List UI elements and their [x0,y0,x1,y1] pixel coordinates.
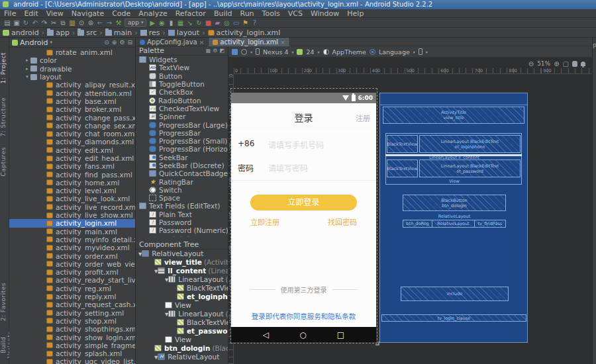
find-password-link[interactable]: 找回密码 [328,216,357,227]
project-tree-row[interactable]: activity_shopthings.xml [9,325,135,333]
menu-item[interactable]: Build [210,9,236,18]
palette-item[interactable]: Space [136,194,228,202]
project-tree-row[interactable]: activity_ready_start_live.xml [9,276,135,284]
project-tree-row[interactable]: activity_order.xml [9,251,135,259]
panel-splitter[interactable]: ^ ^ ^ [136,235,228,240]
panel-header-icon[interactable]: ⊕ [112,39,117,46]
component-tree-row[interactable]: BlackTextView [136,318,228,327]
run-config-selector[interactable]: app ▾ [124,19,146,27]
menu-item[interactable]: Navigate [68,9,108,18]
component-tree-row[interactable]: RelativeLayout [136,353,228,361]
design-preview[interactable]: 6:00 登录 注册 +86 请填写手机号码 密码 请填写密码 立即登录 立即注… [231,93,376,342]
palette-item[interactable]: RatingBar [136,177,228,185]
toolbar-icon[interactable]: ⚑ [240,19,250,27]
project-tree-row[interactable]: activity_myvideo.xml [9,244,135,251]
panel-header-icon[interactable]: ⊙ [104,39,109,46]
phone-input[interactable]: 请填写手机号码 [268,139,324,150]
component-tree-row[interactable]: et_password [136,327,228,336]
toolbar-icon[interactable]: ↘ [185,19,194,27]
close-icon[interactable]: × [280,39,285,46]
orientation-icon[interactable] [419,48,422,55]
menu-item[interactable]: Code [108,9,134,18]
palette-item[interactable]: RadioButton [136,96,228,104]
palette-item[interactable]: Switch [136,186,228,194]
toolbar-icon[interactable]: ▤ [3,19,12,27]
component-tree-row[interactable]: et_loginphone [136,293,228,301]
project-tree-row[interactable]: activity_shop.xml [9,317,135,325]
menu-item[interactable]: File [0,9,20,18]
blueprint-btn-dologin[interactable]: BlackButton btn_dologin [403,195,506,211]
project-tree-row[interactable]: activity_main.xml [9,228,135,236]
palette-item[interactable]: ProgressBar (Horizontal) [136,145,228,153]
project-tree-row[interactable]: activity_fans.xml [9,162,135,170]
breadcrumb-item[interactable]: android [3,28,47,37]
palette-item[interactable]: Password (Numeric) [136,226,228,234]
expand-arrow-icon[interactable] [24,74,30,79]
project-tree-row[interactable]: drawable [9,65,135,73]
project-tree-row[interactable]: activity_diamonds.xml [9,138,135,146]
toolbar-icon[interactable]: ↶ [30,19,40,27]
menu-item[interactable]: Analyze [134,9,171,18]
toolbar-icon[interactable]: ▭ [231,19,240,27]
tool-window-button[interactable]: Build Variants [0,326,9,364]
project-tree-row[interactable]: activity_profit.xml [9,268,135,276]
design-mode-icon[interactable] [232,49,238,55]
project-tree-row[interactable]: activity_chat_room.xml [9,130,135,138]
palette-item[interactable]: Spinner [136,113,228,120]
toolbar-icon[interactable]: ▶ [148,19,157,27]
blueprint-black-textview-1[interactable]: BlackTextView [387,135,418,153]
project-tree-row[interactable]: activity_broker.xml [9,105,135,113]
chevron-down-icon[interactable]: ▾ [50,40,53,45]
palette-item[interactable]: ProgressBar (Large) [136,120,228,128]
project-tree-row[interactable]: layout [9,73,135,81]
zoom-fit-icon[interactable]: ▢ [563,60,569,68]
language-selector[interactable]: Language [379,48,410,56]
project-tree-row[interactable]: activity_find_pass.xml [9,170,135,178]
menu-item[interactable]: Window [307,9,343,18]
tool-window-button[interactable]: 7: Structure [0,97,9,137]
breadcrumb-item[interactable]: main [105,28,140,37]
project-tree-row[interactable]: activity_myinfo_detail.xml [9,236,135,244]
toolbar-icon[interactable]: ▰ [213,19,222,27]
home-nav-icon[interactable]: ○ [299,330,306,340]
expand-arrow-icon[interactable] [24,58,30,63]
register-link[interactable]: 立即注册 [250,216,279,227]
breadcrumb-item[interactable]: src [77,28,105,37]
project-tree-row[interactable]: activity_change_sex.xml [9,122,135,130]
project-tree-row[interactable]: activity_base.xml [9,97,135,105]
toolbar-icon[interactable]: ✂ [49,19,58,27]
project-tree-row[interactable]: activity_level.xml [9,187,135,195]
blueprint-view[interactable]: ActivityTitle view_title BlackTextView L… [379,93,528,343]
menu-item[interactable]: VCS [284,9,307,18]
menu-item[interactable]: View [42,9,68,18]
palette-item[interactable]: SeekBar [136,154,228,161]
component-tree-row[interactable]: LinearLayout ( [136,275,228,284]
toolbar-icon[interactable]: ← [95,19,105,27]
register-action[interactable]: 注册 [356,113,370,123]
toolbar-icon[interactable]: ? [250,19,259,27]
component-tree-row[interactable]: BlackTextView [136,284,228,293]
project-view-selector[interactable]: Android [20,38,48,47]
menu-item[interactable]: Refactor [172,9,210,18]
project-tree-row[interactable]: activity_alipay_result.xml [9,81,135,89]
blueprint-et-password[interactable]: LinearLayout BlackEditText et_password [419,159,521,177]
breadcrumb-item[interactable]: activity_login.xml [208,28,281,37]
project-tree-row[interactable]: activity_setting.xml [9,309,135,317]
project-tree-row[interactable]: color [9,56,135,64]
render-options-icon[interactable] [241,49,247,55]
menu-item[interactable]: Help [343,9,368,18]
panel-header-icon[interactable]: ⚙ [213,48,217,54]
project-tree-row[interactable]: activity_order_web_view.xml [9,260,135,268]
project-tree-row[interactable]: activity_login.xml [9,219,135,227]
project-tree-row[interactable]: activity_simple_fragment.xml [9,341,135,349]
panel-header-icon[interactable]: ⚙ [119,39,124,46]
api-selector[interactable]: 24 [306,48,314,56]
properties-tool-button[interactable]: Properties [593,43,596,50]
menu-item[interactable]: Tools [258,9,284,18]
component-tree-row[interactable]: view_title (ActivityTitle [136,258,228,267]
component-tree-row[interactable]: View [136,336,228,344]
component-tree-row[interactable]: ll_content (LinearLayout [136,267,228,275]
menu-item[interactable]: Run [236,9,258,18]
project-tree-row[interactable]: activity_edit.xml [9,146,135,154]
recents-nav-icon[interactable]: □ [337,330,344,340]
